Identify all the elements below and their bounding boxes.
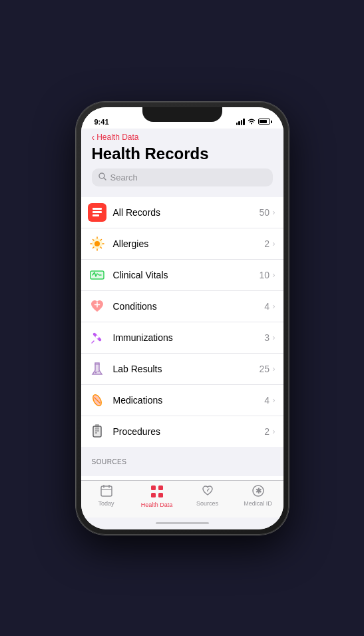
conditions-count: 4 — [264, 301, 270, 312]
tab-health-data[interactable]: Health Data — [132, 485, 182, 508]
medications-icon — [88, 391, 106, 410]
lab-icon — [88, 360, 106, 378]
list-item-allergies[interactable]: Allergies 2 › — [81, 228, 283, 260]
medications-count: 4 — [264, 395, 270, 406]
tab-sources[interactable]: Sources — [182, 485, 233, 507]
procedures-icon — [88, 422, 106, 441]
svg-point-20 — [95, 335, 98, 338]
wifi-icon — [248, 118, 256, 126]
svg-line-11 — [92, 239, 94, 240]
search-icon — [98, 172, 106, 182]
allergies-chevron: › — [272, 238, 275, 248]
conditions-icon — [88, 297, 106, 316]
allergies-count: 2 — [264, 238, 270, 249]
vitals-count: 10 — [260, 270, 270, 280]
lab-label: Lab Results — [113, 364, 260, 374]
vitals-chevron: › — [272, 270, 275, 280]
conditions-label: Conditions — [113, 301, 265, 312]
svg-rect-2 — [92, 208, 102, 210]
list-item-conditions[interactable]: Conditions 4 › — [81, 291, 283, 322]
svg-rect-40 — [158, 485, 163, 490]
medications-chevron: › — [272, 395, 275, 405]
vitals-label: Clinical Vitals — [113, 270, 260, 280]
all-records-count: 50 — [260, 207, 270, 218]
list-item-all-records[interactable]: All Records 50 › — [81, 197, 283, 228]
sources-section-title: SOURCES — [92, 458, 127, 466]
tab-today[interactable]: Today — [81, 485, 132, 507]
search-bar[interactable]: Search — [92, 168, 273, 186]
tab-bar: Today Health Data — [81, 480, 283, 517]
home-indicator — [81, 517, 283, 529]
immunizations-label: Immunizations — [113, 332, 265, 343]
immunizations-chevron: › — [272, 332, 275, 342]
back-button[interactable]: ‹ Health Data — [92, 133, 273, 142]
procedures-count: 2 — [264, 426, 270, 437]
svg-rect-42 — [158, 493, 163, 497]
svg-rect-3 — [92, 211, 102, 213]
immunizations-count: 3 — [264, 332, 270, 343]
signal-icon — [236, 119, 245, 125]
list-item-clinical-vitals[interactable]: Clinical Vitals 10 › — [81, 260, 283, 291]
tab-medical-id[interactable]: ✱ Medical ID — [233, 485, 283, 507]
procedures-label: Procedures — [113, 426, 265, 437]
list-item-lab-results[interactable]: Lab Results 25 › — [81, 354, 283, 385]
back-chevron-icon: ‹ — [92, 133, 95, 142]
sources-icon — [202, 485, 214, 499]
svg-rect-41 — [151, 493, 156, 497]
svg-rect-34 — [95, 424, 99, 428]
svg-line-14 — [92, 247, 94, 248]
tab-health-data-label: Health Data — [141, 501, 173, 508]
conditions-chevron: › — [272, 301, 275, 311]
status-icons — [236, 118, 270, 126]
sources-header: SOURCES — [81, 447, 283, 471]
list-item-procedures[interactable]: Procedures 2 › — [81, 416, 283, 447]
svg-line-12 — [100, 247, 102, 248]
back-label: Health Data — [96, 133, 138, 142]
notch — [142, 107, 222, 122]
svg-line-1 — [104, 178, 106, 180]
medications-label: Medications — [113, 395, 265, 406]
tab-sources-label: Sources — [196, 500, 218, 507]
today-icon — [100, 485, 112, 499]
phone-frame: 9:41 — [76, 102, 289, 535]
svg-point-6 — [94, 241, 100, 246]
list-item-medications[interactable]: Medications 4 › — [81, 385, 283, 416]
health-data-icon — [150, 485, 164, 500]
svg-rect-29 — [93, 426, 101, 437]
immunizations-icon — [88, 328, 106, 347]
svg-text:✱: ✱ — [255, 487, 262, 495]
tab-medical-id-label: Medical ID — [244, 500, 272, 507]
vitals-icon — [88, 266, 106, 284]
header-section: ‹ Health Data Health Records Search — [81, 129, 283, 192]
home-bar — [156, 522, 209, 524]
lab-count: 25 — [260, 364, 270, 374]
records-list: All Records 50 › — [81, 197, 283, 447]
svg-point-24 — [97, 371, 98, 372]
allergies-label: Allergies — [113, 238, 265, 249]
svg-point-23 — [94, 371, 96, 373]
all-records-label: All Records — [113, 207, 260, 218]
all-records-icon — [88, 203, 106, 222]
medical-id-icon: ✱ — [252, 485, 264, 499]
lab-chevron: › — [272, 364, 275, 374]
allergies-icon — [88, 234, 106, 253]
tab-today-label: Today — [98, 500, 114, 507]
phone-screen: 9:41 — [81, 107, 283, 529]
procedures-chevron: › — [272, 426, 275, 436]
svg-rect-4 — [92, 214, 99, 216]
all-records-chevron: › — [272, 207, 275, 217]
svg-rect-39 — [151, 485, 156, 490]
svg-rect-35 — [101, 486, 112, 496]
screen-content: ‹ Health Data Health Records Search — [81, 129, 283, 480]
search-placeholder: Search — [110, 172, 138, 182]
list-item-immunizations[interactable]: Immunizations 3 › — [81, 322, 283, 354]
svg-line-13 — [100, 239, 102, 240]
page-title: Health Records — [92, 145, 273, 163]
svg-line-21 — [92, 341, 94, 343]
status-time: 9:41 — [94, 118, 109, 126]
battery-icon — [258, 119, 270, 125]
svg-point-43 — [207, 490, 208, 491]
